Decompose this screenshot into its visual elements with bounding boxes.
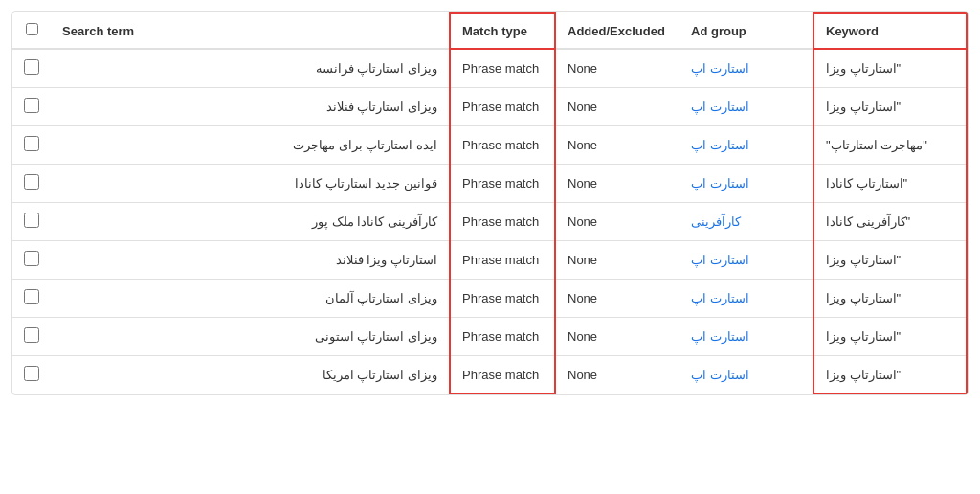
header-search-term: Search term xyxy=(51,13,450,49)
search-term-cell: ویزای استارتاپ امریکا xyxy=(51,356,450,394)
keyword-cell: "استارتاپ ویزا xyxy=(813,241,967,280)
table-row: ویزای استارتاپ آلمانPhrase matchNoneاستا… xyxy=(12,280,967,318)
row-checkbox[interactable] xyxy=(24,213,39,228)
ad-group-cell[interactable]: استارت اپ xyxy=(679,165,813,203)
table-row: ویزای استارتاپ فنلاندPhrase matchNoneاست… xyxy=(12,88,967,126)
ad-group-link[interactable]: استارت اپ xyxy=(691,176,749,191)
ad-group-link[interactable]: استارت اپ xyxy=(691,100,749,114)
ad-group-link[interactable]: استارت اپ xyxy=(691,138,749,152)
keyword-cell: "استارتاپ ویزا xyxy=(813,318,967,356)
keyword-cell: "استارتاپ ویزا xyxy=(813,356,967,394)
added-excluded-cell: None xyxy=(555,203,679,241)
keyword-cell: "استارتاپ ویزا xyxy=(813,88,967,126)
row-checkbox-cell xyxy=(12,241,51,280)
match-type-cell: Phrase match xyxy=(450,49,555,88)
search-term-cell: ویزای استارتاپ فرانسه xyxy=(51,49,450,88)
ad-group-cell[interactable]: استارت اپ xyxy=(679,241,813,280)
row-checkbox-cell xyxy=(12,318,51,356)
added-excluded-cell: None xyxy=(555,49,679,88)
search-term-cell: ویزای استارتاپ استونی xyxy=(51,318,450,356)
row-checkbox-cell xyxy=(12,280,51,318)
table-row: قوانین جدید استارتاپ کاناداPhrase matchN… xyxy=(12,165,967,203)
search-term-cell: قوانین جدید استارتاپ کانادا xyxy=(51,165,450,203)
ad-group-cell[interactable]: کارآفرینی xyxy=(679,203,813,241)
row-checkbox[interactable] xyxy=(24,366,39,381)
table-row: ویزای استارتاپ استونیPhrase matchNoneاست… xyxy=(12,318,967,356)
table-row: کارآفرینی کانادا ملک پورPhrase matchNone… xyxy=(12,203,967,241)
match-type-cell: Phrase match xyxy=(450,318,555,356)
added-excluded-cell: None xyxy=(555,280,679,318)
search-term-cell: ایده استارتاپ برای مهاجرت xyxy=(51,126,450,165)
select-all-checkbox[interactable] xyxy=(26,23,38,35)
keyword-cell: "استارتاپ کانادا xyxy=(813,165,967,203)
keyword-cell: "کارآفرینی کانادا xyxy=(813,203,967,241)
ad-group-cell[interactable]: استارت اپ xyxy=(679,126,813,165)
match-type-cell: Phrase match xyxy=(450,241,555,280)
match-type-cell: Phrase match xyxy=(450,280,555,318)
row-checkbox-cell xyxy=(12,88,51,126)
header-ad-group: Ad group xyxy=(679,13,813,49)
ad-group-link[interactable]: کارآفرینی xyxy=(691,214,741,229)
ad-group-cell[interactable]: استارت اپ xyxy=(679,356,813,394)
added-excluded-cell: None xyxy=(555,126,679,165)
row-checkbox[interactable] xyxy=(24,327,39,343)
ad-group-link[interactable]: استارت اپ xyxy=(691,291,749,305)
search-term-cell: ویزای استارتاپ فنلاند xyxy=(51,88,450,126)
row-checkbox-cell xyxy=(12,49,51,88)
ad-group-cell[interactable]: استارت اپ xyxy=(679,280,813,318)
header-added-excluded: Added/Excluded xyxy=(555,13,679,49)
added-excluded-cell: None xyxy=(555,318,679,356)
table-row: ایده استارتاپ برای مهاجرتPhrase matchNon… xyxy=(12,126,967,165)
match-type-cell: Phrase match xyxy=(450,165,555,203)
keyword-cell: "استارتاپ ویزا xyxy=(813,49,967,88)
ad-group-cell[interactable]: استارت اپ xyxy=(679,88,813,126)
added-excluded-cell: None xyxy=(555,88,679,126)
ad-group-link[interactable]: استارت اپ xyxy=(691,253,749,267)
table-row: ویزای استارتاپ امریکاPhrase matchNoneاست… xyxy=(12,356,967,394)
ad-group-link[interactable]: استارت اپ xyxy=(691,329,749,344)
row-checkbox[interactable] xyxy=(24,289,39,304)
row-checkbox-cell xyxy=(12,203,51,241)
keyword-cell: "استارتاپ ویزا xyxy=(813,280,967,318)
row-checkbox[interactable] xyxy=(24,174,39,190)
search-term-cell: استارتاپ ویزا فنلاند xyxy=(51,241,450,280)
row-checkbox[interactable] xyxy=(24,59,39,75)
match-type-cell: Phrase match xyxy=(450,88,555,126)
match-type-cell: Phrase match xyxy=(450,126,555,165)
row-checkbox-cell xyxy=(12,165,51,203)
match-type-cell: Phrase match xyxy=(450,356,555,394)
ad-group-link[interactable]: استارت اپ xyxy=(691,61,749,76)
match-type-cell: Phrase match xyxy=(450,203,555,241)
header-checkbox-cell xyxy=(12,13,51,49)
added-excluded-cell: None xyxy=(555,165,679,203)
ad-group-cell[interactable]: استارت اپ xyxy=(679,318,813,356)
added-excluded-cell: None xyxy=(555,241,679,280)
search-term-cell: کارآفرینی کانادا ملک پور xyxy=(51,203,450,241)
row-checkbox[interactable] xyxy=(24,136,39,151)
header-match-type: Match type xyxy=(450,13,555,49)
row-checkbox-cell xyxy=(12,356,51,394)
ad-group-link[interactable]: استارت اپ xyxy=(691,368,749,382)
search-term-cell: ویزای استارتاپ آلمان xyxy=(51,280,450,318)
keyword-cell: "مهاجرت استارتاپ" xyxy=(813,126,967,165)
table-row: استارتاپ ویزا فنلاندPhrase matchNoneاستا… xyxy=(12,241,967,280)
row-checkbox[interactable] xyxy=(24,251,39,266)
ad-group-cell[interactable]: استارت اپ xyxy=(679,49,813,88)
table-row: ویزای استارتاپ فرانسهPhrase matchNoneاست… xyxy=(12,49,967,88)
row-checkbox-cell xyxy=(12,126,51,165)
search-terms-table: Search term Match type Added/Excluded Ad… xyxy=(11,11,969,395)
added-excluded-cell: None xyxy=(555,356,679,394)
header-keyword: Keyword xyxy=(813,13,967,49)
row-checkbox[interactable] xyxy=(24,98,39,113)
